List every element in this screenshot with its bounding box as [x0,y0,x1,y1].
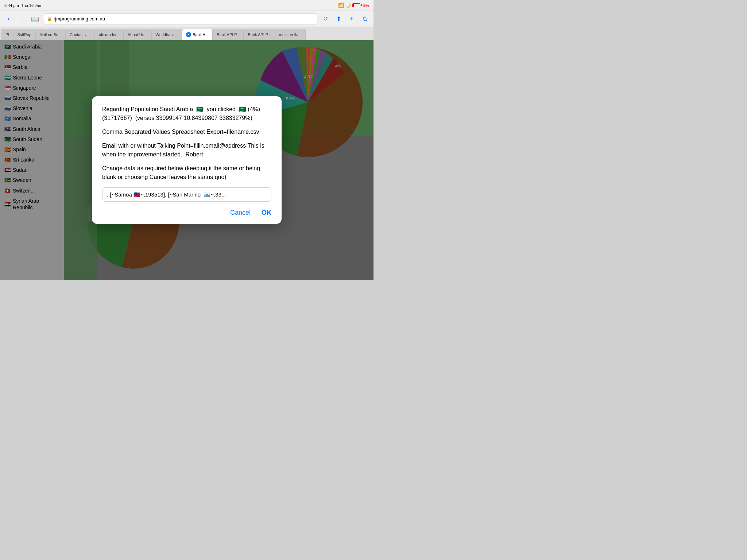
tab-label: mozzarella... [279,32,302,37]
wifi-icon: 📶 [338,3,344,8]
reload-button[interactable]: ↺ [320,14,330,24]
modal-data-input[interactable] [102,187,271,202]
tab-label: Contact U... [70,32,91,37]
page-content: 🇸🇦 Saudi Arabia 🇸🇳 Senegal 🇷🇸 Serbia 🇸🇱 … [0,40,374,280]
status-time: 8:44 pm [4,3,19,8]
tab-contact[interactable]: Contact U... [66,29,95,40]
bookmarks-button[interactable]: 📖 [30,14,40,24]
tabs-button[interactable]: ⧉ [360,14,370,24]
tab-close-icon[interactable]: ✕ [186,32,191,37]
browser-chrome: ‹ › 📖 🔒 rjmprogramming.com.au ↺ ⬆ ＋ ⧉ [0,11,374,27]
tab-label: Bank API P... [217,32,240,37]
tab-bankapi1[interactable]: Bank API P... [213,29,244,40]
tab-alexander[interactable]: alexander... [95,29,124,40]
tabs-bar: PI SaltPep Mail on Su... Contact U... al… [0,27,374,40]
tab-about[interactable]: About Us... [124,29,151,40]
tab-saltpep[interactable]: SaltPep [13,29,35,40]
tab-label: Bank A... [193,32,209,37]
tab-label: SaltPep [17,32,31,37]
forward-button[interactable]: › [17,14,27,24]
tab-label: Mail on Su... [39,32,62,37]
back-button[interactable]: ‹ [4,14,14,24]
moon-icon: 🌙 [345,3,351,8]
status-right: 📶 🌙 5% [338,3,369,8]
address-bar[interactable]: 🔒 rjmprogramming.com.au [43,13,317,24]
share-button[interactable]: ⬆ [333,14,344,24]
modal-paragraph-4: Change data as required below (keeping i… [102,164,271,182]
tab-label: alexander... [99,32,120,37]
tab-pi[interactable]: PI [1,29,13,40]
status-day: Thu 16 Jan [21,3,41,8]
modal-paragraph-1: Regarding Population Saudi Arabia 🇸🇦 you… [102,105,271,122]
status-bar: 8:44 pm Thu 16 Jan 📶 🌙 5% [0,0,374,11]
modal-overlay: Regarding Population Saudi Arabia 🇸🇦 you… [0,40,374,280]
battery-icon [352,3,362,7]
tab-label: Worldbank... [155,32,178,37]
lock-icon: 🔒 [47,16,52,21]
tab-label: About Us... [128,32,147,37]
modal-buttons: Cancel OK [102,207,271,217]
cancel-button[interactable]: Cancel [230,209,251,217]
modal-body: Regarding Population Saudi Arabia 🇸🇦 you… [102,105,271,182]
tab-label: Bank API P... [248,32,271,37]
modal-paragraph-2: Comma Separated Values Spreadsheet Expor… [102,128,271,136]
tab-label: PI [5,32,9,37]
modal-dialog: Regarding Population Saudi Arabia 🇸🇦 you… [92,96,282,224]
tab-mail[interactable]: Mail on Su... [35,29,66,40]
tab-worldbank[interactable]: Worldbank... [151,29,182,40]
modal-paragraph-3: Email with or without Talking Point=fill… [102,141,271,159]
battery-pct: 5% [363,3,369,8]
status-left: 8:44 pm Thu 16 Jan [4,3,41,8]
new-tab-button[interactable]: ＋ [347,14,357,24]
tab-mozzarella[interactable]: mozzarella... [275,29,306,40]
tab-banka[interactable]: ✕ Bank A... [182,29,213,40]
tab-bankapi2[interactable]: Bank API P... [244,29,275,40]
url-text: rjmprogramming.com.au [54,16,105,22]
ok-button[interactable]: OK [262,209,271,217]
